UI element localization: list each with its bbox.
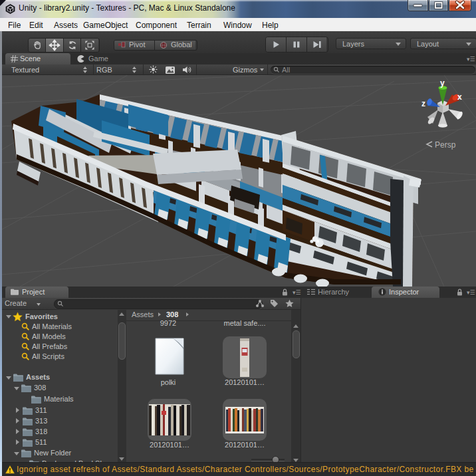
svg-text:z: z (421, 99, 425, 108)
svg-text:x: x (457, 92, 462, 102)
svg-text:y: y (440, 78, 445, 88)
svg-text:Persp: Persp (435, 140, 456, 150)
